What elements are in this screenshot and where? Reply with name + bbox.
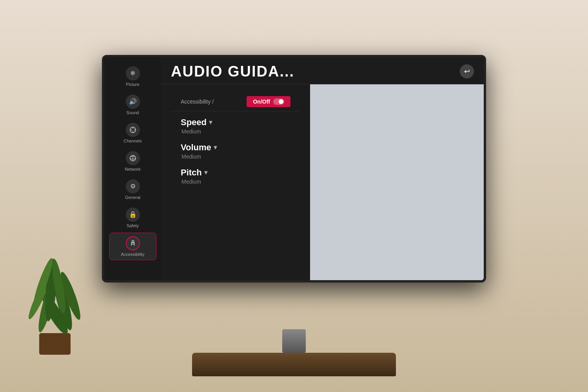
- sidebar-item-general[interactable]: ⚙ General: [109, 176, 156, 203]
- sidebar-label-network: Network: [125, 167, 140, 171]
- tv-stand: [0, 266, 588, 392]
- chevron-down-icon: ▾: [204, 169, 207, 176]
- settings-list: Speed ▾ Medium Volume ▾ Medium: [171, 111, 300, 191]
- safety-icon: 🔒: [126, 208, 140, 222]
- main-content: AUDIO GUIDA... ↩ Accessibility / On/Off: [161, 57, 484, 280]
- network-icon: [126, 151, 140, 165]
- tv-stand-base: [192, 353, 396, 376]
- sidebar-label-general: General: [125, 195, 140, 200]
- breadcrumb: Accessibility /: [181, 98, 214, 105]
- toggle-knob: [273, 98, 284, 105]
- setting-volume[interactable]: Volume ▾ Medium: [181, 142, 290, 160]
- accessibility-icon: [126, 236, 140, 250]
- setting-pitch-name: Pitch ▾: [181, 168, 290, 178]
- setting-speed-value: Medium: [181, 128, 290, 135]
- picture-icon: ❄: [126, 66, 140, 80]
- page-title: AUDIO GUIDA...: [171, 63, 294, 80]
- setting-volume-name: Volume ▾: [181, 142, 290, 153]
- settings-panel: Accessibility / On/Off Speed ▾: [161, 84, 310, 280]
- setting-speed-name: Speed ▾: [181, 117, 290, 128]
- preview-panel: [310, 84, 484, 280]
- sidebar-item-channels[interactable]: Channels: [109, 120, 156, 146]
- chevron-down-icon: ▾: [209, 119, 212, 126]
- sidebar-label-channels: Channels: [123, 139, 142, 143]
- onoff-toggle[interactable]: On/Off: [247, 96, 290, 107]
- setting-pitch-value: Medium: [181, 179, 290, 185]
- back-button[interactable]: ↩: [460, 64, 474, 78]
- sidebar-label-accessibility: Accessibility: [121, 252, 145, 257]
- setting-volume-value: Medium: [181, 153, 290, 160]
- tv-stand-neck: [282, 329, 306, 353]
- channels-icon: [126, 123, 140, 137]
- sidebar-item-accessibility[interactable]: Accessibility: [109, 233, 156, 260]
- chevron-down-icon: ▾: [214, 144, 217, 151]
- sidebar-label-sound: Sound: [127, 110, 139, 115]
- sidebar-item-sound[interactable]: 🔊 Sound: [109, 91, 156, 118]
- sidebar-item-picture[interactable]: ❄ Picture: [109, 63, 156, 90]
- sidebar-item-network[interactable]: Network: [109, 148, 156, 175]
- toggle-label: On/Off: [253, 98, 270, 105]
- sidebar: ❄ Picture 🔊 Sound Channels: [104, 57, 161, 280]
- title-bar: AUDIO GUIDA... ↩: [161, 57, 484, 84]
- tv-screen-container: ❄ Picture 🔊 Sound Channels: [102, 55, 486, 283]
- setting-speed[interactable]: Speed ▾ Medium: [181, 117, 290, 135]
- sidebar-label-safety: Safety: [127, 223, 139, 228]
- sound-icon: 🔊: [126, 95, 140, 109]
- sidebar-label-picture: Picture: [126, 82, 139, 87]
- setting-pitch[interactable]: Pitch ▾ Medium: [181, 168, 290, 185]
- tv-screen: ❄ Picture 🔊 Sound Channels: [104, 57, 484, 280]
- content-area: Accessibility / On/Off Speed ▾: [161, 84, 484, 280]
- general-icon: ⚙: [126, 179, 140, 193]
- breadcrumb-bar: Accessibility / On/Off: [171, 92, 300, 111]
- svg-point-12: [132, 240, 134, 242]
- sidebar-item-safety[interactable]: 🔒 Safety: [109, 204, 156, 231]
